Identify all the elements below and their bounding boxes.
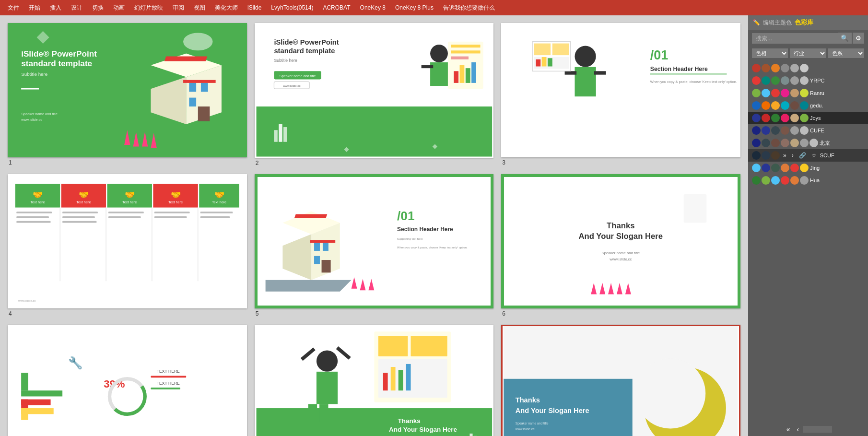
swatch[interactable] [790,114,799,122]
color-entry-yrpc[interactable]: YRPC [748,74,868,87]
swatch[interactable] [790,89,799,97]
swatch[interactable] [752,114,761,122]
panel-tab-label[interactable]: 色彩库 [795,18,813,27]
swatch[interactable] [781,139,789,147]
swatch[interactable] [771,139,780,147]
swatch[interactable] [771,151,780,160]
menu-review[interactable]: 审阅 [169,3,188,13]
color-entry-jing[interactable]: Jing [748,162,868,174]
page-info-input[interactable]: 3 / 106 [803,426,832,433]
menu-design[interactable]: 设计 [67,3,86,13]
slide-item-8[interactable]: Thanks And Your Slogan Here Speaker name… [255,325,494,436]
slide-item-4[interactable]: 🤝 🤝 🤝 🤝 🤝 Text here Text here Text here … [8,174,247,318]
swatch[interactable] [771,76,780,85]
swatch[interactable] [771,114,780,122]
swatch[interactable] [800,114,809,122]
swatch[interactable] [790,101,799,110]
swatch[interactable] [800,64,809,72]
menu-lvyhtools[interactable]: LvyhTools(0514) [267,3,317,12]
menu-view[interactable]: 视图 [190,3,209,13]
menu-help[interactable]: 告诉我你想要做什么 [439,3,499,13]
swatch[interactable] [752,126,761,135]
swatch[interactable] [762,139,770,147]
swatch[interactable] [800,76,809,85]
menu-acrobat[interactable]: ACROBAT [319,3,354,12]
slide-item-7[interactable]: 39% TEXT HERE TEXT HERE 🔧 7 [8,325,247,436]
swatch[interactable] [752,151,761,160]
slide-thumbnail-4[interactable]: 🤝 🤝 🤝 🤝 🤝 Text here Text here Text here … [8,174,247,308]
menu-slideshow[interactable]: 幻灯片放映 [130,3,167,13]
slide-thumbnail-7[interactable]: 39% TEXT HERE TEXT HERE 🔧 [8,325,247,436]
swatch[interactable] [771,101,780,110]
slide-item-6[interactable]: Thanks And Your Slogan Here Speaker name… [501,174,740,318]
swatch[interactable] [762,151,770,160]
swatch[interactable] [790,164,799,172]
color-entry-cufe[interactable]: CUFE [748,124,868,137]
slide-item-3[interactable]: /01 Section Header Here When you copy & … [501,23,740,166]
filter-industry[interactable]: 行业 [790,48,826,58]
swatch[interactable] [800,101,809,110]
star-btn[interactable]: ☆ [809,152,819,159]
filter-scheme[interactable]: 色系 [828,48,864,58]
color-entry-ranru[interactable]: Ranru [748,87,868,99]
swatch[interactable] [790,64,799,72]
swatch[interactable] [752,64,761,72]
swatch[interactable] [762,176,770,185]
link-btn[interactable]: 🔗 [797,152,808,159]
swatch[interactable] [762,76,770,85]
swatch[interactable] [771,126,780,135]
page-first-btn[interactable]: « [784,424,793,434]
swatch[interactable] [752,164,761,172]
swatch[interactable] [781,64,789,72]
forward-btn[interactable]: › [790,152,796,159]
menu-beautify[interactable]: 美化大师 [211,3,242,13]
slide-item-9[interactable]: Thanks And Your Slogan Here Speaker name… [501,325,740,436]
menu-onekey8[interactable]: OneKey 8 [356,3,389,12]
swatch[interactable] [781,126,789,135]
swatch[interactable] [762,164,770,172]
color-entry-1[interactable] [748,62,868,74]
swatch[interactable] [752,101,761,110]
search-button[interactable]: 🔍 [838,33,852,44]
swatch[interactable] [781,89,789,97]
menu-start[interactable]: 开始 [25,3,44,13]
menu-file[interactable]: 文件 [4,3,23,13]
slide-thumbnail-9[interactable]: Thanks And Your Slogan Here Speaker name… [501,325,740,436]
page-prev-btn[interactable]: ‹ [795,424,802,434]
swatch[interactable] [790,126,799,135]
search-input[interactable] [752,33,838,44]
swatch[interactable] [800,164,809,172]
color-entry-scuf[interactable]: » › 🔗 ☆ SCUF [748,149,868,162]
swatch[interactable] [752,76,761,85]
swatch[interactable] [762,64,770,72]
swatch[interactable] [752,176,761,185]
menu-transition[interactable]: 切换 [88,3,107,13]
slide-thumbnail-2[interactable]: iSlide® PowerPoint standard template Sub… [255,23,494,158]
swatch[interactable] [800,139,809,147]
slide-item-1[interactable]: iSlide® PowerPoint standard template Sub… [8,23,247,166]
swatch[interactable] [781,176,789,185]
slide-thumbnail-1[interactable]: iSlide® PowerPoint standard template Sub… [8,23,247,157]
menu-islide[interactable]: iSlide [244,3,265,12]
swatch[interactable] [771,89,780,97]
swatch[interactable] [800,176,809,185]
slide-thumbnail-3[interactable]: /01 Section Header Here When you copy & … [501,23,740,157]
swatch[interactable] [800,89,809,97]
color-entry-hua[interactable]: Hua [748,174,868,187]
color-entry-joys[interactable]: Joys [748,112,868,124]
slide-thumbnail-6[interactable]: Thanks And Your Slogan Here Speaker name… [501,174,740,308]
color-entry-beijing[interactable]: 北京 [748,137,868,149]
slide-item-5[interactable]: /01 Section Header Here Supporting text … [255,174,494,318]
swatch[interactable] [771,176,780,185]
swatch[interactable] [781,114,789,122]
skip-forward-btn[interactable]: » [781,152,788,159]
swatch[interactable] [762,89,770,97]
swatch[interactable] [771,164,780,172]
swatch[interactable] [771,64,780,72]
swatch[interactable] [800,126,809,135]
swatch[interactable] [790,139,799,147]
slide-thumbnail-8[interactable]: Thanks And Your Slogan Here Speaker name… [255,325,494,436]
menu-onekey8plus[interactable]: OneKey 8 Plus [391,3,437,12]
swatch[interactable] [762,101,770,110]
swatch[interactable] [781,164,789,172]
